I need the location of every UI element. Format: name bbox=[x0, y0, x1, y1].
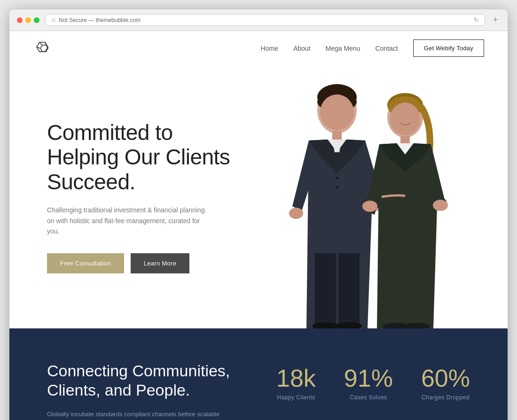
hero-image bbox=[209, 65, 508, 328]
stat-label-charges: Charges Dropped bbox=[421, 394, 470, 401]
stat-label-clients: Happy Clients bbox=[276, 394, 316, 401]
get-webify-button[interactable]: Get Webify Today bbox=[413, 39, 484, 57]
traffic-lights bbox=[17, 17, 39, 23]
stat-label-cases: Cases Solves bbox=[344, 394, 393, 401]
maximize-button[interactable] bbox=[34, 17, 39, 23]
hero-title: Committed to Helping Our Clients Succeed… bbox=[47, 120, 244, 195]
svg-rect-14 bbox=[315, 253, 336, 328]
svg-rect-10 bbox=[332, 131, 342, 140]
svg-point-21 bbox=[336, 186, 338, 189]
stats-section: Connecting Communities, Clients, and Peo… bbox=[9, 328, 508, 420]
browser-chrome: ⚠ Not Secure — themebubble.com ↻ + bbox=[9, 9, 508, 31]
stat-number-clients: 18k bbox=[276, 366, 316, 390]
svg-point-20 bbox=[336, 177, 338, 179]
logo-icon bbox=[33, 41, 53, 55]
browser-window: ⚠ Not Secure — themebubble.com ↻ + bbox=[9, 9, 508, 420]
hero-subtitle: Challenging traditional investment & fin… bbox=[47, 205, 207, 236]
free-consultation-button[interactable]: Free Consultation bbox=[47, 253, 124, 273]
svg-rect-26 bbox=[400, 136, 410, 144]
nav-item-contact[interactable]: Contact bbox=[375, 45, 398, 52]
stats-left: Connecting Communities, Clients, and Peo… bbox=[47, 361, 235, 420]
stats-description: Globally incubate standards compliant ch… bbox=[47, 409, 235, 420]
not-secure-icon: ⚠ bbox=[51, 17, 56, 23]
svg-point-29 bbox=[433, 200, 448, 211]
nav-links: Home About Mega Menu Contact Get Webify … bbox=[261, 39, 484, 57]
svg-line-0 bbox=[39, 42, 42, 45]
address-bar[interactable]: ⚠ Not Secure — themebubble.com ↻ bbox=[45, 14, 485, 26]
new-tab-button[interactable]: + bbox=[491, 16, 500, 25]
nav-item-about[interactable]: About bbox=[293, 45, 311, 52]
hero-section: Committed to Helping Our Clients Succeed… bbox=[9, 65, 508, 328]
hero-people-illustration bbox=[236, 65, 480, 328]
learn-more-button[interactable]: Learn More bbox=[131, 253, 189, 273]
hero-buttons: Free Consultation Learn More bbox=[47, 253, 244, 273]
svg-rect-30 bbox=[384, 253, 426, 328]
stat-charges-dropped: 60% Charges Dropped bbox=[421, 366, 470, 401]
nav-item-home[interactable]: Home bbox=[261, 45, 278, 52]
refresh-icon[interactable]: ↻ bbox=[474, 16, 479, 23]
close-button[interactable] bbox=[17, 17, 23, 23]
stat-cases-solved: 91% Cases Solves bbox=[344, 366, 393, 401]
svg-line-1 bbox=[45, 42, 46, 45]
svg-rect-15 bbox=[338, 253, 360, 328]
stats-title: Connecting Communities, Clients, and Peo… bbox=[47, 361, 235, 400]
hero-text: Committed to Helping Our Clients Succeed… bbox=[9, 92, 244, 302]
svg-point-9 bbox=[320, 94, 354, 130]
navbar: Home About Mega Menu Contact Get Webify … bbox=[9, 31, 508, 65]
minimize-button[interactable] bbox=[25, 17, 31, 23]
logo[interactable] bbox=[33, 41, 53, 55]
stats-numbers: 18k Happy Clients 91% Cases Solves 60% C… bbox=[254, 361, 470, 401]
stat-number-charges: 60% bbox=[421, 366, 470, 390]
stat-happy-clients: 18k Happy Clients bbox=[276, 366, 316, 401]
stat-number-cases: 91% bbox=[344, 366, 393, 390]
nav-item-mega-menu[interactable]: Mega Menu bbox=[325, 45, 360, 52]
svg-point-25 bbox=[390, 102, 420, 135]
svg-point-18 bbox=[289, 208, 303, 219]
svg-point-28 bbox=[362, 201, 377, 212]
address-text: Not Secure — themebubble.com bbox=[59, 17, 141, 23]
site-content: Home About Mega Menu Contact Get Webify … bbox=[9, 31, 508, 420]
